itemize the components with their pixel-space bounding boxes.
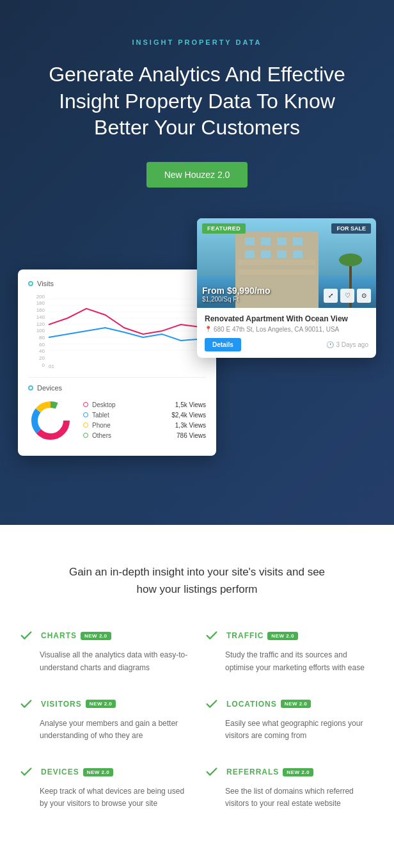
- traffic-title: TRAFFIC: [226, 631, 264, 640]
- feature-header-devices: DEVICES NEW 2.0: [19, 765, 189, 779]
- fullscreen-btn[interactable]: ⤢: [324, 289, 338, 303]
- referrals-title: REFERRALS: [226, 768, 279, 776]
- check-icon-visitors: [19, 697, 33, 711]
- charts-title: CHARTS: [41, 631, 77, 640]
- visitors-badge: NEW 2.0: [86, 700, 116, 708]
- analytics-card: Visits 200 180 160 140 120 100 80 60 40 …: [18, 269, 216, 456]
- phone-dot-icon: [83, 422, 88, 428]
- property-price-sub: $1,200/Sq Ft: [202, 296, 271, 303]
- address-text: 680 E 47th St, Los Angeles, CA 90011, US…: [214, 326, 339, 333]
- feature-item-referrals: REFERRALS NEW 2.0 See the list of domain…: [205, 765, 375, 810]
- svg-rect-26: [239, 260, 315, 265]
- visits-dot-icon: [28, 281, 33, 286]
- property-address: 📍 680 E 47th St, Los Angeles, CA 90011, …: [205, 326, 368, 333]
- check-icon-referrals: [205, 765, 219, 779]
- device-row-others: Others 786 Views: [83, 432, 206, 439]
- svg-rect-18: [245, 237, 255, 245]
- feature-header-traffic: TRAFFIC NEW 2.0: [205, 629, 375, 643]
- features-grid: CHARTS NEW 2.0 Visualise all the analyti…: [19, 629, 375, 810]
- devices-dot-icon: [28, 385, 33, 390]
- features-intro: Gain an in-depth insight into your site'…: [19, 563, 375, 598]
- hero-eyebrow: INSIGHT PROPERTY DATA: [13, 38, 381, 46]
- features-intro-text: Gain an in-depth insight into your site'…: [63, 563, 331, 598]
- charts-badge: NEW 2.0: [81, 632, 111, 640]
- devices-text: Devices: [37, 384, 62, 392]
- line-chart: 200 180 160 140 120 100 80 60 40 20 0: [28, 293, 206, 369]
- visits-text: Visits: [37, 280, 54, 287]
- feature-header-visitors: VISITORS NEW 2.0: [19, 697, 189, 711]
- property-price-main: From $9,990/mo: [202, 285, 271, 296]
- referrals-badge: NEW 2.0: [283, 768, 313, 776]
- tablet-name: Tablet: [92, 412, 109, 419]
- check-icon-charts: [19, 629, 33, 643]
- svg-point-13: [39, 409, 62, 432]
- hero-section: INSIGHT PROPERTY DATA Generate Analytics…: [0, 0, 394, 525]
- traffic-desc: Study the traffic and its sources and op…: [205, 649, 375, 673]
- svg-rect-20: [277, 237, 287, 245]
- property-card-image: FEATURED FOR SALE From $9,990/mo $1,200/…: [197, 218, 376, 308]
- property-footer: Details 🕐 3 Days ago: [205, 338, 368, 351]
- features-section: Gain an in-depth insight into your site'…: [0, 525, 394, 836]
- locations-title: LOcATIONS: [226, 700, 277, 709]
- feature-header-charts: CHARTS NEW 2.0: [19, 629, 189, 643]
- visits-label: Visits: [28, 280, 206, 287]
- favorite-btn[interactable]: ♡: [340, 289, 354, 303]
- hero-cta-button[interactable]: New Houzez 2.0: [146, 162, 248, 188]
- clock-icon: 🕐: [326, 341, 334, 348]
- feature-header-locations: LOcATIONS NEW 2.0: [205, 697, 375, 711]
- others-views: 786 Views: [177, 432, 206, 439]
- visitors-title: VISITORS: [41, 700, 82, 709]
- devices-desc: Keep track of what devices are being use…: [19, 785, 189, 810]
- property-price-overlay: From $9,990/mo $1,200/Sq Ft: [202, 285, 271, 303]
- feature-header-referrals: REFERRALS NEW 2.0: [205, 765, 375, 779]
- chart-y-axis: 200 180 160 140 120 100 80 60 40 20 0: [28, 293, 47, 369]
- share-btn[interactable]: ⊙: [357, 289, 371, 303]
- phone-views: 1,3k Views: [175, 422, 206, 429]
- svg-rect-22: [245, 250, 255, 258]
- devices-content: Desktop 1,5k Views Tablet $2,4k Views: [28, 398, 206, 446]
- charts-desc: Visualise all the analytics data with ea…: [19, 649, 189, 673]
- details-button[interactable]: Details: [205, 338, 241, 351]
- feature-item-traffic: TRAFFIC NEW 2.0 Study the traffic and it…: [205, 629, 375, 673]
- donut-chart: [28, 398, 73, 446]
- phone-name: Phone: [92, 422, 111, 429]
- feature-item-locations: LOcATIONS NEW 2.0 Easily see what geogra…: [205, 697, 375, 742]
- svg-rect-21: [293, 237, 303, 245]
- devices-list: Desktop 1,5k Views Tablet $2,4k Views: [83, 401, 206, 442]
- svg-rect-23: [261, 250, 271, 258]
- desktop-views: 1,5k Views: [175, 401, 206, 408]
- devices-badge: NEW 2.0: [83, 768, 114, 776]
- hero-content: INSIGHT PROPERTY DATA Generate Analytics…: [13, 38, 381, 218]
- desktop-name: Desktop: [92, 401, 116, 408]
- others-name: Others: [92, 432, 111, 439]
- svg-rect-24: [277, 250, 287, 258]
- locations-desc: Easily see what geographic regions your …: [205, 718, 375, 742]
- devices-title: DEVICES: [41, 768, 79, 776]
- feature-item-visitors: VISITORS NEW 2.0 Analyse your members an…: [19, 697, 189, 742]
- property-name: Renovated Apartment With Ocean View: [205, 314, 368, 323]
- feature-item-charts: CHARTS NEW 2.0 Visualise all the analyti…: [19, 629, 189, 673]
- svg-rect-27: [239, 269, 315, 275]
- check-icon-traffic: [205, 629, 219, 643]
- chart-x-label: 01: [49, 364, 54, 369]
- for-sale-badge: FOR SALE: [331, 223, 371, 234]
- chart-svg-area: [49, 293, 206, 362]
- svg-rect-19: [261, 237, 271, 245]
- featured-badge: FEATURED: [202, 223, 246, 234]
- desktop-dot-icon: [83, 402, 88, 407]
- dashboard-mockup: Visits 200 180 160 140 120 100 80 60 40 …: [18, 218, 376, 462]
- property-card-body: Renovated Apartment With Ocean View 📍 68…: [197, 308, 376, 358]
- device-row-desktop: Desktop 1,5k Views: [83, 401, 206, 408]
- locations-badge: NEW 2.0: [281, 700, 311, 708]
- device-row-phone: Phone 1,3k Views: [83, 422, 206, 429]
- check-icon-locations: [205, 697, 219, 711]
- property-actions: ⤢ ♡ ⊙: [324, 289, 371, 303]
- device-row-tablet: Tablet $2,4k Views: [83, 412, 206, 419]
- svg-rect-25: [293, 250, 303, 258]
- svg-point-29: [339, 253, 362, 266]
- location-icon: 📍: [205, 326, 212, 332]
- check-icon-devices: [19, 765, 33, 779]
- days-ago-text: 3 Days ago: [336, 341, 368, 348]
- devices-section: Devices: [28, 377, 206, 446]
- feature-item-devices: DEVICES NEW 2.0 Keep track of what devic…: [19, 765, 189, 810]
